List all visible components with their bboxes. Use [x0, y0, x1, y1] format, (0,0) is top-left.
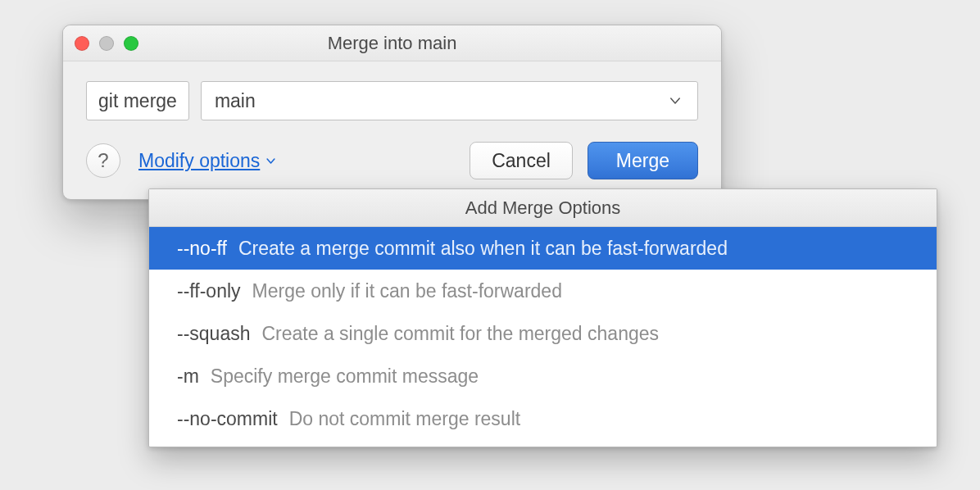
cancel-button[interactable]: Cancel — [470, 142, 573, 179]
git-command-label: git merge — [86, 81, 189, 120]
help-button[interactable]: ? — [86, 143, 120, 178]
merge-option-item[interactable]: -mSpecify merge commit message — [149, 355, 937, 397]
merge-option-description: Create a single commit for the merged ch… — [261, 323, 659, 345]
merge-option-description: Create a merge commit also when it can b… — [238, 238, 728, 260]
dialog-footer: ? Modify options Cancel Merge — [86, 142, 698, 179]
merge-options-popup: Add Merge Options --no-ffCreate a merge … — [148, 188, 937, 447]
window-minimize-button[interactable] — [99, 36, 114, 51]
merge-option-item[interactable]: --squashCreate a single commit for the m… — [149, 312, 937, 355]
modify-options-link[interactable]: Modify options — [138, 150, 277, 172]
merge-option-description: Merge only if it can be fast-forwarded — [252, 280, 562, 302]
merge-option-item[interactable]: --ff-onlyMerge only if it can be fast-fo… — [149, 270, 937, 312]
command-row: git merge main — [86, 81, 698, 120]
merge-options-list: --no-ffCreate a merge commit also when i… — [149, 227, 937, 447]
branch-dropdown-value: main — [215, 90, 256, 112]
popup-title: Add Merge Options — [149, 189, 937, 227]
merge-button[interactable]: Merge — [588, 142, 698, 179]
title-bar: Merge into main — [63, 25, 721, 61]
dialog-buttons: Cancel Merge — [470, 142, 698, 179]
window-zoom-button[interactable] — [124, 36, 138, 51]
merge-option-item[interactable]: --no-commitDo not commit merge result — [149, 397, 937, 440]
merge-option-flag: --no-commit — [177, 408, 278, 430]
window-controls — [75, 36, 138, 51]
help-icon: ? — [98, 149, 108, 172]
window-title: Merge into main — [63, 33, 721, 54]
merge-option-description: Do not commit merge result — [289, 408, 520, 430]
chevron-down-icon — [265, 155, 277, 167]
chevron-down-icon — [668, 93, 683, 108]
merge-option-flag: --ff-only — [177, 280, 241, 302]
merge-option-flag: --no-ff — [177, 238, 227, 260]
modify-options-label: Modify options — [138, 150, 260, 172]
merge-option-flag: -m — [177, 365, 199, 388]
branch-dropdown[interactable]: main — [201, 81, 698, 120]
merge-option-description: Specify merge commit message — [211, 365, 479, 388]
merge-dialog: Merge into main git merge main ? Modify … — [62, 25, 722, 200]
merge-option-flag: --squash — [177, 323, 250, 345]
dialog-body: git merge main ? Modify options Cancel M… — [63, 61, 721, 199]
window-close-button[interactable] — [75, 36, 89, 51]
merge-option-item[interactable]: --no-ffCreate a merge commit also when i… — [149, 227, 937, 270]
